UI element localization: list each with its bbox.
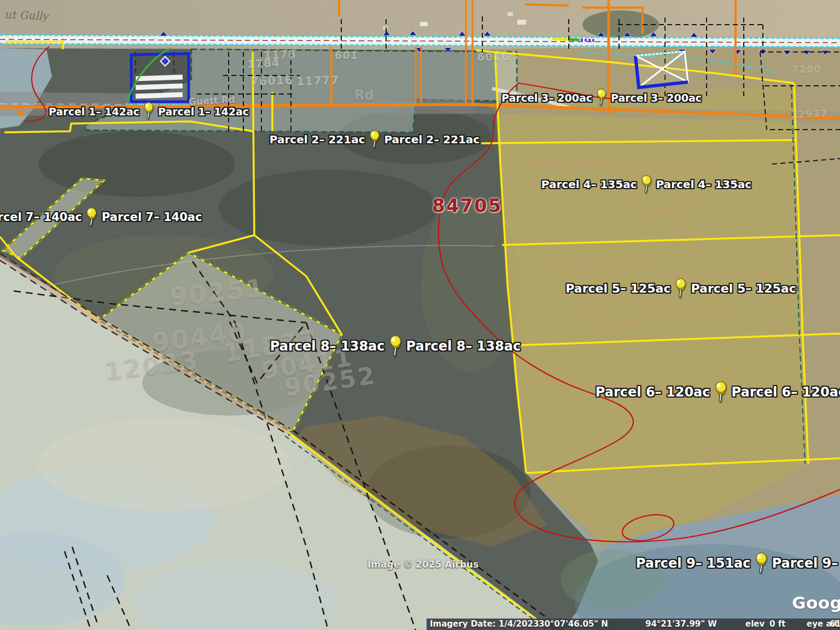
ghost-parcel-number: 601	[335, 49, 358, 61]
pushpin-icon[interactable]	[640, 175, 653, 194]
placemark-parcel-4[interactable]: Parcel 4– 135ac Parcel 4– 135ac	[541, 175, 751, 194]
placemark-label-left: Parcel 5– 125ac	[565, 282, 670, 295]
ghost-parcel-number: 7200	[792, 63, 822, 75]
ghost-parcel-number: 11777	[296, 74, 340, 89]
pushpin-icon[interactable]	[596, 89, 608, 107]
pushpin-icon[interactable]	[369, 130, 381, 149]
elevation-value: 0 ft	[769, 619, 785, 629]
status-bar: Imagery Date: 1/4/2023 30°07'46.05" N 94…	[427, 619, 840, 630]
latitude-readout: 30°07'46.05" N	[539, 619, 608, 629]
imagery-date: Imagery Date: 1/4/2023	[430, 619, 539, 629]
road-name-fragment: Rd	[354, 87, 375, 103]
placemark-parcel-2[interactable]: Parcel 2– 221ac Parcel 2– 221ac	[270, 130, 480, 149]
placemark-label-right: Parcel 9– 151ac	[772, 556, 840, 571]
google-earth-map-view[interactable]: 90251 90440 11837 12023 90411 90252 1178…	[0, 0, 840, 630]
placemark-label-left: Parcel 3– 200ac	[501, 91, 592, 103]
pushpin-icon[interactable]	[143, 102, 155, 120]
placemark-parcel-8[interactable]: Parcel 8– 138ac Parcel 8– 138ac	[270, 335, 521, 357]
placemark-label-right: Parcel 2– 221ac	[384, 133, 480, 146]
placemark-label-right: Parcel 4– 135ac	[656, 178, 752, 191]
placemark-label-right: Parcel 6– 120ac	[732, 384, 840, 400]
pushpin-icon[interactable]	[674, 278, 688, 299]
ghost-parcel-number: 1784	[247, 56, 280, 71]
placemark-label-left: Parcel 9– 151ac	[636, 556, 751, 571]
waterway-label: ut Gully	[4, 8, 49, 23]
pushpin-icon[interactable]	[85, 207, 98, 227]
google-logo: Google	[792, 593, 840, 612]
placemark-label-left: Parcel 6– 120ac	[596, 384, 710, 400]
placemark-parcel-3[interactable]: Parcel 3– 200ac Parcel 3– 200ac	[501, 89, 702, 107]
placemark-label-left: Parcel 2– 221ac	[270, 133, 365, 146]
placemark-label-right: Parcel 5– 125ac	[691, 282, 796, 295]
placemark-label-right: Parcel 7– 140ac	[102, 211, 202, 224]
placemark-label-left: Parcel 7– 140ac	[0, 211, 82, 224]
ghost-parcel-number: 6016	[477, 50, 510, 63]
placemark-label-right: Parcel 3– 200ac	[611, 91, 702, 103]
placemark-label-right: Parcel 8– 138ac	[406, 339, 521, 354]
eye-altitude-value: 61	[830, 619, 840, 629]
placemark-label-left: Parcel 4– 135ac	[541, 178, 637, 191]
pushpin-icon[interactable]	[714, 381, 728, 403]
placemark-parcel-5[interactable]: Parcel 5– 125ac Parcel 5– 125ac	[565, 278, 796, 299]
placemark-parcel-6[interactable]: Parcel 6– 120ac Parcel 6– 120ac	[596, 381, 840, 403]
highlight-parcel-number: 84705	[432, 195, 502, 217]
longitude-readout: 94°21'37.99" W	[645, 619, 717, 629]
placemark-label-left: Parcel 8– 138ac	[270, 339, 385, 354]
satellite-imagery	[0, 0, 840, 630]
ghost-parcel-number: 22937	[791, 108, 828, 120]
placemark-parcel-7[interactable]: Parcel 7– 140ac Parcel 7– 140ac	[0, 207, 202, 227]
placemark-label-left: Parcel 1– 142ac	[49, 105, 139, 117]
placemark-parcel-1[interactable]: Parcel 1– 142ac Parcel 1– 142ac	[49, 102, 249, 120]
pushpin-icon[interactable]	[388, 335, 403, 357]
elevation-label: elev	[745, 619, 765, 629]
placemark-parcel-9[interactable]: Parcel 9– 151ac Parcel 9– 151ac	[636, 552, 840, 574]
ghost-parcel-number: 76016	[250, 74, 294, 89]
imagery-attribution: Image © 2025 Airbus	[368, 559, 479, 570]
pushpin-icon[interactable]	[754, 552, 769, 574]
placemark-label-right: Parcel 1– 142ac	[158, 105, 249, 117]
